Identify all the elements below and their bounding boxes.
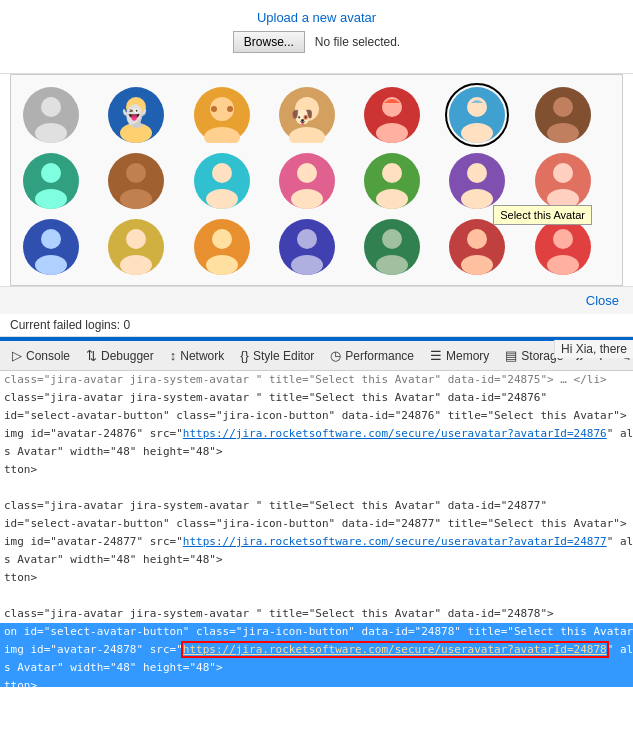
code-line-15: on id="select-avatar-button" class="jira…: [0, 623, 633, 641]
upload-row: Browse... No file selected.: [20, 31, 613, 53]
avatar-item-2[interactable]: 👻: [106, 85, 166, 145]
avatar-grid-container: 👻 🐶: [10, 74, 623, 286]
svg-point-59: [382, 229, 402, 249]
svg-point-29: [126, 163, 146, 183]
avatar-item-19[interactable]: [362, 217, 422, 277]
svg-point-42: [461, 189, 493, 209]
code-line-17: s Avatar" width="48" height="48">: [0, 659, 633, 677]
code-line-9: id="select-avatar-button" class="jira-ic…: [0, 515, 633, 533]
upload-label: Upload a new avatar: [20, 10, 613, 25]
debugger-icon: ⇅: [86, 348, 97, 363]
svg-point-41: [467, 163, 487, 183]
svg-point-62: [467, 229, 487, 249]
avatar-item-1[interactable]: [21, 85, 81, 145]
link-24878[interactable]: https://jira.rocketsoftware.com/secure/u…: [183, 643, 607, 656]
svg-point-50: [126, 229, 146, 249]
avatar-item-13[interactable]: [447, 151, 507, 211]
svg-point-1: [41, 97, 61, 117]
avatar-item-4[interactable]: 🐶: [277, 85, 337, 145]
avatar-item-14[interactable]: [533, 151, 593, 211]
code-line-11: s Avatar" width="48" height="48">: [0, 551, 633, 569]
avatar-item-3[interactable]: [192, 85, 252, 145]
svg-point-57: [291, 255, 323, 275]
code-line-sep2: [0, 587, 633, 605]
devtools-tabs: ▷ Console ⇅ Debugger ↕ Network {} Style …: [0, 339, 633, 371]
tab-network-label: Network: [180, 349, 224, 363]
svg-point-54: [206, 255, 238, 275]
tab-performance-label: Performance: [345, 349, 414, 363]
performance-icon: ◷: [330, 348, 341, 363]
svg-point-51: [120, 255, 152, 275]
svg-point-48: [35, 255, 67, 275]
avatar-item-12[interactable]: [362, 151, 422, 211]
hi-text: Hi Xia, there: [554, 340, 633, 358]
svg-point-44: [553, 163, 573, 183]
code-line-2: class="jira-avatar jira-system-avatar " …: [0, 389, 633, 407]
avatar-item-17[interactable]: [192, 217, 252, 277]
avatar-item-21[interactable]: [533, 217, 593, 277]
storage-icon: ▤: [505, 348, 517, 363]
link-24877[interactable]: https://jira.rocketsoftware.com/secure/u…: [183, 535, 607, 548]
avatar-grid: 👻 🐶: [11, 75, 622, 285]
svg-point-18: [376, 123, 408, 143]
code-line-6: tton>: [0, 461, 633, 479]
avatar-item-5[interactable]: [362, 85, 422, 145]
code-line-3: id="select-avatar-button" class="jira-ic…: [0, 407, 633, 425]
tab-debugger[interactable]: ⇅ Debugger: [78, 344, 162, 367]
avatar-item-10[interactable]: [192, 151, 252, 211]
svg-point-2: [35, 123, 67, 143]
avatar-item-18[interactable]: [277, 217, 337, 277]
tab-network[interactable]: ↕ Network: [162, 344, 233, 367]
svg-point-21: [461, 123, 493, 143]
svg-point-36: [291, 189, 323, 209]
no-file-text: No file selected.: [315, 35, 400, 49]
svg-point-56: [297, 229, 317, 249]
tab-console-label: Console: [26, 349, 70, 363]
code-line-18: tton>: [0, 677, 633, 687]
network-icon: ↕: [170, 348, 177, 363]
avatar-tooltip: Select this Avatar: [493, 205, 592, 225]
avatar-item-6[interactable]: [447, 85, 507, 145]
avatar-item-15[interactable]: [21, 217, 81, 277]
tab-style-editor[interactable]: {} Style Editor: [232, 344, 322, 367]
avatar-item-9[interactable]: [106, 151, 166, 211]
avatar-item-8[interactable]: [21, 151, 81, 211]
svg-point-27: [35, 189, 67, 209]
code-line-8: class="jira-avatar jira-system-avatar " …: [0, 497, 633, 515]
svg-point-47: [41, 229, 61, 249]
avatar-item-11[interactable]: [277, 151, 337, 211]
svg-point-38: [382, 163, 402, 183]
tab-memory[interactable]: ☰ Memory: [422, 344, 497, 367]
svg-text:👻: 👻: [122, 104, 147, 128]
tab-console[interactable]: ▷ Console: [4, 344, 78, 367]
status-text: Current failed logins: 0: [10, 318, 130, 332]
svg-point-65: [553, 229, 573, 249]
link-24876[interactable]: https://jira.rocketsoftware.com/secure/u…: [183, 427, 607, 440]
browse-button[interactable]: Browse...: [233, 31, 305, 53]
avatar-item-7[interactable]: [533, 85, 593, 145]
tab-performance[interactable]: ◷ Performance: [322, 344, 422, 367]
status-bar: Current failed logins: 0: [0, 314, 633, 337]
style-icon: {}: [240, 348, 249, 363]
svg-point-10: [211, 106, 217, 112]
svg-point-60: [376, 255, 408, 275]
avatar-item-20[interactable]: [447, 217, 507, 277]
code-line-12: tton>: [0, 569, 633, 587]
svg-point-11: [227, 106, 233, 112]
svg-point-35: [297, 163, 317, 183]
svg-text:🐶: 🐶: [291, 106, 314, 128]
close-link[interactable]: Close: [586, 293, 619, 308]
svg-point-53: [212, 229, 232, 249]
svg-point-39: [376, 189, 408, 209]
svg-point-26: [41, 163, 61, 183]
svg-point-66: [547, 255, 579, 275]
code-line-4: img id="avatar-24876" src="https://jira.…: [0, 425, 633, 443]
avatar-item-16[interactable]: [106, 217, 166, 277]
avatar-grid-scroll[interactable]: 👻 🐶: [11, 75, 622, 285]
upload-section: Upload a new avatar Browse... No file se…: [0, 0, 633, 74]
code-area[interactable]: class="jira-avatar jira-system-avatar " …: [0, 371, 633, 687]
code-line-sep1: [0, 479, 633, 497]
svg-point-32: [212, 163, 232, 183]
svg-point-30: [120, 189, 152, 209]
tab-memory-label: Memory: [446, 349, 489, 363]
